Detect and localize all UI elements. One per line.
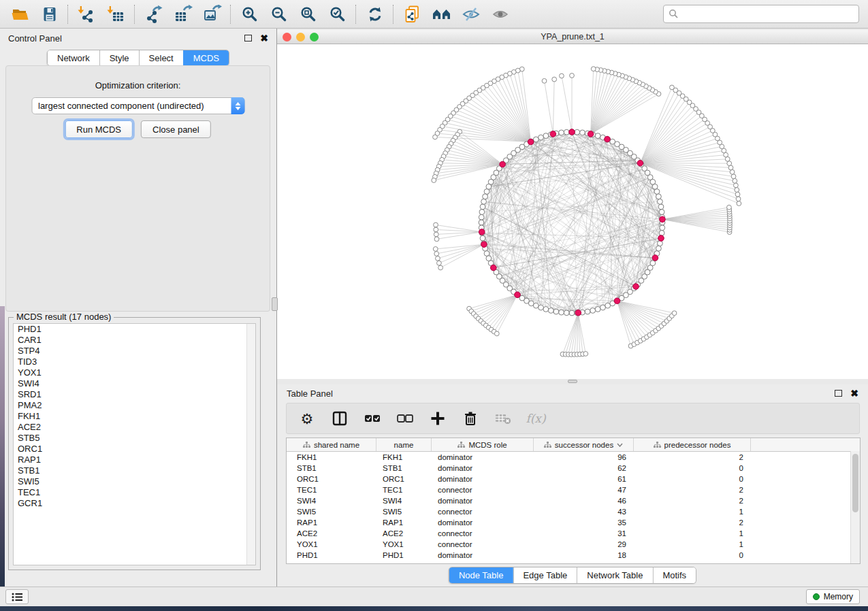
network-satellite-node[interactable] <box>434 227 438 232</box>
network-satellite-node[interactable] <box>432 178 436 183</box>
horizontal-splitter[interactable] <box>277 379 868 384</box>
network-satellite-node[interactable] <box>436 256 440 261</box>
table-tab-network-table[interactable]: Network Table <box>577 567 652 583</box>
network-satellite-node[interactable] <box>552 77 557 82</box>
import-network-icon[interactable] <box>72 2 101 27</box>
mcds-result-item[interactable]: TID3 <box>14 357 255 367</box>
network-node[interactable] <box>553 309 559 314</box>
network-node[interactable] <box>484 251 489 257</box>
network-window-titlebar[interactable]: YPA_prune.txt_1 <box>277 30 868 44</box>
export-table-icon[interactable] <box>168 2 197 27</box>
network-satellite-node[interactable] <box>727 205 732 210</box>
network-node[interactable] <box>656 194 662 199</box>
tab-mcds[interactable]: MCDS <box>183 50 229 65</box>
network-satellite-node[interactable] <box>434 222 438 227</box>
network-node[interactable] <box>480 235 485 241</box>
network-satellite-node[interactable] <box>591 67 596 71</box>
mcds-hub-node[interactable] <box>479 229 485 235</box>
optimization-criterion-select[interactable]: largest connected component (undirected) <box>31 97 244 114</box>
table-options-gear-icon[interactable]: ⚙ <box>298 408 317 429</box>
search-field[interactable] <box>663 5 859 23</box>
network-node[interactable] <box>569 310 575 316</box>
network-node[interactable] <box>590 308 596 314</box>
network-node[interactable] <box>595 133 600 139</box>
network-node[interactable] <box>595 307 600 312</box>
table-row[interactable]: FKH1FKH1dominator962 <box>287 452 860 463</box>
network-satellite-node[interactable] <box>437 261 442 265</box>
table-row[interactable]: SWI5SWI5connector431 <box>287 506 860 517</box>
table-tab-motifs[interactable]: Motifs <box>652 567 696 583</box>
mcds-result-item[interactable]: STP4 <box>14 346 255 357</box>
network-node[interactable] <box>656 246 662 251</box>
mcds-result-item[interactable]: RAP1 <box>14 455 255 465</box>
column-header-name[interactable]: name <box>376 438 432 451</box>
table-row[interactable]: YOX1YOX1connector291 <box>287 539 860 550</box>
network-node[interactable] <box>483 194 488 199</box>
network-node[interactable] <box>658 204 664 210</box>
mcds-hub-node[interactable] <box>481 242 487 248</box>
zoom-in-icon[interactable] <box>235 2 264 27</box>
network-node[interactable] <box>559 310 564 315</box>
float-panel-icon[interactable] <box>244 35 252 42</box>
network-node[interactable] <box>481 199 487 204</box>
network-node[interactable] <box>479 210 485 215</box>
network-node[interactable] <box>480 204 485 210</box>
horizontal-splitter-grip[interactable] <box>568 380 577 383</box>
mcds-hub-node[interactable] <box>605 136 611 142</box>
mcds-result-item[interactable]: ACE2 <box>14 422 255 433</box>
network-satellite-node[interactable] <box>433 247 438 252</box>
mcds-hub-node[interactable] <box>569 129 575 135</box>
network-satellite-node[interactable] <box>670 85 675 90</box>
mcds-result-item[interactable]: FKH1 <box>14 411 255 422</box>
tab-select[interactable]: Select <box>139 50 183 65</box>
network-node[interactable] <box>479 214 484 220</box>
network-satellite-node[interactable] <box>542 78 547 83</box>
float-table-panel-icon[interactable] <box>835 390 842 397</box>
network-satellite-node[interactable] <box>731 174 736 179</box>
network-satellite-node[interactable] <box>434 251 439 256</box>
network-node[interactable] <box>564 310 569 316</box>
mcds-result-item[interactable]: ORC1 <box>14 444 255 455</box>
zoom-selected-icon[interactable] <box>323 2 352 27</box>
mcds-hub-node[interactable] <box>658 235 664 242</box>
network-node[interactable] <box>659 210 664 215</box>
network-node[interactable] <box>486 184 492 189</box>
network-satellite-node[interactable] <box>728 165 733 170</box>
table-row[interactable]: ORC1ORC1dominator610 <box>287 474 860 484</box>
tab-network[interactable]: Network <box>48 50 99 65</box>
apply-layout-icon[interactable] <box>360 2 389 27</box>
mcds-list-scrollbar[interactable] <box>246 324 255 565</box>
table-tab-edge-table[interactable]: Edge Table <box>513 567 577 583</box>
network-node[interactable] <box>479 220 484 225</box>
network-satellite-node[interactable] <box>583 352 588 357</box>
column-header-successor-nodes[interactable]: successor nodes <box>534 438 634 451</box>
network-satellite-node[interactable] <box>735 188 739 193</box>
deselect-all-icon[interactable] <box>396 408 415 429</box>
mcds-hub-node[interactable] <box>550 131 556 137</box>
network-satellite-node[interactable] <box>730 169 735 174</box>
network-node[interactable] <box>539 135 544 140</box>
network-node[interactable] <box>658 241 663 246</box>
show-columns-icon[interactable] <box>330 408 349 429</box>
zoom-fit-icon[interactable] <box>293 2 323 27</box>
memory-button[interactable]: Memory <box>806 589 860 604</box>
task-history-button[interactable] <box>5 589 29 604</box>
mcds-hub-node[interactable] <box>575 310 581 316</box>
network-node[interactable] <box>658 199 663 204</box>
network-node[interactable] <box>533 303 539 308</box>
mcds-result-item[interactable]: PMA2 <box>14 400 255 411</box>
table-scrollbar-thumb[interactable] <box>852 454 858 512</box>
panel-splitter-grip[interactable] <box>272 297 278 311</box>
search-input[interactable] <box>682 8 854 20</box>
mcds-result-item[interactable]: PHD1 <box>14 324 255 335</box>
close-window-icon[interactable] <box>283 33 291 42</box>
column-header-mcds-role[interactable]: MCDS role <box>432 438 534 451</box>
network-node[interactable] <box>660 225 665 231</box>
hide-graphics-details-icon[interactable] <box>456 2 485 27</box>
mcds-result-item[interactable]: SRD1 <box>14 389 255 400</box>
network-satellite-node[interactable] <box>434 232 438 237</box>
mcds-hub-node[interactable] <box>500 161 506 167</box>
network-satellite-node[interactable] <box>733 183 738 188</box>
network-satellite-node[interactable] <box>733 178 737 183</box>
mcds-hub-node[interactable] <box>633 284 639 290</box>
